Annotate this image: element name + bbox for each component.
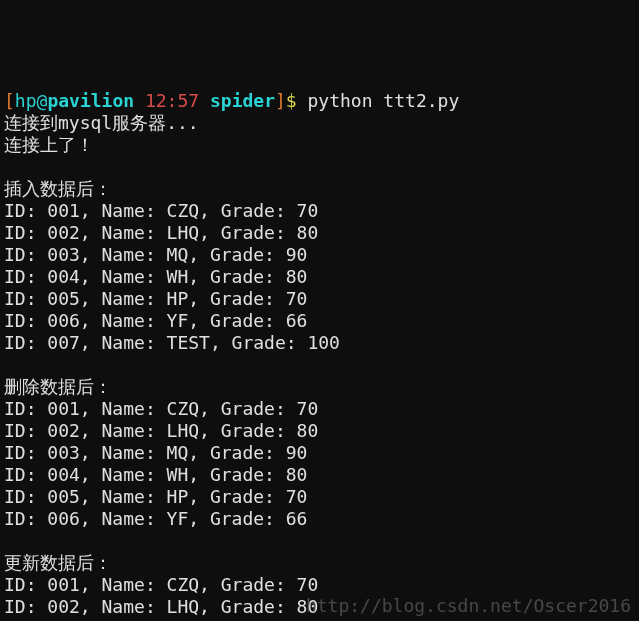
output-line: ID: 001, Name: CZQ, Grade: 70 bbox=[4, 574, 318, 595]
output-line: ID: 004, Name: WH, Grade: 80 bbox=[4, 266, 307, 287]
prompt-bracket-close: ] bbox=[275, 90, 286, 111]
output-line: ID: 007, Name: TEST, Grade: 100 bbox=[4, 332, 340, 353]
prompt-bracket-open: [ bbox=[4, 90, 15, 111]
output-line: ID: 006, Name: YF, Grade: 66 bbox=[4, 310, 307, 331]
output-line: 连接到mysql服务器... bbox=[4, 112, 199, 133]
terminal-content[interactable]: [hp@pavilion 12:57 spider]$ python ttt2.… bbox=[4, 90, 459, 621]
command-text: python ttt2.py bbox=[308, 90, 460, 111]
output-line: ID: 003, Name: MQ, Grade: 90 bbox=[4, 244, 307, 265]
output-line: ID: 005, Name: HP, Grade: 70 bbox=[4, 486, 307, 507]
output-line: ID: 003, Name: MQ, Grade: 90 bbox=[4, 442, 307, 463]
prompt-host: pavilion bbox=[47, 90, 134, 111]
output-line: ID: 004, Name: WH, Grade: 80 bbox=[4, 464, 307, 485]
prompt-user: hp bbox=[15, 90, 37, 111]
output-line: ID: 001, Name: CZQ, Grade: 70 bbox=[4, 398, 318, 419]
prompt-at: @ bbox=[37, 90, 48, 111]
output-line: ID: 005, Name: HP, Grade: 70 bbox=[4, 288, 307, 309]
prompt-time: 12:57 bbox=[145, 90, 199, 111]
prompt-dollar: $ bbox=[286, 90, 308, 111]
output-line: ID: 002, Name: LHQ, Grade: 80 bbox=[4, 222, 318, 243]
section-header-insert: 插入数据后： bbox=[4, 178, 112, 199]
output-line: ID: 002, Name: LHQ, Grade: 80 bbox=[4, 596, 318, 617]
output-line: ID: 002, Name: LHQ, Grade: 80 bbox=[4, 420, 318, 441]
section-header-update: 更新数据后： bbox=[4, 552, 112, 573]
section-header-delete: 删除数据后： bbox=[4, 376, 112, 397]
output-line: ID: 006, Name: YF, Grade: 66 bbox=[4, 508, 307, 529]
output-line: 连接上了！ bbox=[4, 134, 94, 155]
prompt-dir: spider bbox=[210, 90, 275, 111]
watermark-text: http://blog.csdn.net/Oscer2016 bbox=[306, 595, 631, 617]
output-line: ID: 001, Name: CZQ, Grade: 70 bbox=[4, 200, 318, 221]
